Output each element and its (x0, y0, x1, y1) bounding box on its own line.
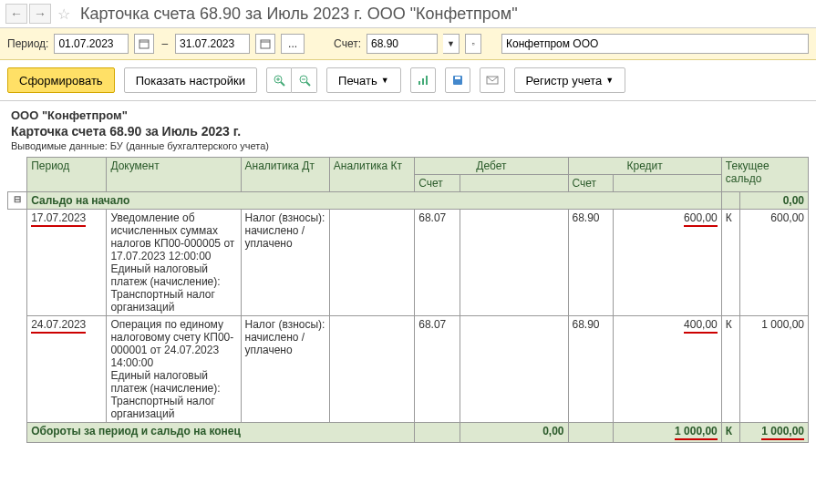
save-icon[interactable] (445, 67, 470, 93)
turnover-balance: 1 000,00 (740, 423, 809, 443)
th-debit: Дебет (415, 158, 568, 175)
account-label: Счет: (334, 37, 361, 50)
th-credit-acct: Счет (568, 175, 614, 192)
svg-line-5 (281, 82, 284, 86)
star-icon[interactable]: ☆ (53, 4, 75, 24)
period-picker-button[interactable]: ... (281, 34, 305, 54)
cell-debit-acct: 68.07 (415, 210, 460, 316)
account-input[interactable] (367, 34, 438, 54)
svg-rect-15 (455, 77, 460, 79)
th-debit-acct: Счет (415, 175, 460, 192)
date-from-input[interactable] (54, 34, 129, 54)
cell-credit-amt: 400,00 (614, 316, 721, 423)
show-settings-button[interactable]: Показать настройки (124, 67, 257, 93)
email-icon[interactable] (480, 67, 505, 93)
th-analytics-dt: Аналитика Дт (241, 158, 329, 192)
forward-button[interactable]: → (29, 4, 51, 24)
svg-rect-11 (418, 81, 420, 85)
cell-period: 24.07.2023 (27, 316, 107, 423)
cell-analytics-dt: Налог (взносы): начислено / уплачено (241, 210, 329, 316)
turnover-label: Обороты за период и сальдо на конец (27, 423, 415, 443)
cell-document: Операция по единому налоговому счету КП0… (107, 316, 241, 423)
print-button[interactable]: Печать▼ (326, 67, 401, 93)
top-toolbar: ← → ☆ Карточка счета 68.90 за Июль 2023 … (0, 0, 816, 28)
org-input[interactable] (501, 34, 809, 54)
account-open-icon[interactable]: ▫ (465, 34, 481, 54)
page-title: Карточка счета 68.90 за Июль 2023 г. ООО… (80, 5, 518, 24)
zoom-out-icon[interactable] (292, 67, 317, 93)
th-balance: Текущее сальдо (721, 158, 808, 192)
table-row: 24.07.2023 Операция по единому налоговом… (8, 316, 809, 423)
report-subtitle: Выводимые данные: БУ (данные бухгалтерск… (11, 140, 805, 151)
turnover-credit: 1 000,00 (614, 423, 721, 443)
cell-debit-amt (460, 316, 568, 423)
expand-icon[interactable]: ⊟ (8, 192, 27, 210)
filter-bar: Период: – ... Счет: ▼ ▫ (0, 28, 816, 60)
cell-debit-acct: 68.07 (415, 316, 460, 423)
register-button[interactable]: Регистр учета▼ (514, 67, 626, 93)
back-button[interactable]: ← (5, 4, 27, 24)
chart-icon[interactable] (410, 67, 436, 93)
saldo-start-label: Сальдо на начало (27, 192, 722, 210)
th-period: Период (27, 158, 107, 192)
cell-debit-amt (460, 210, 568, 316)
svg-rect-13 (426, 76, 428, 85)
cell-analytics-kt (329, 210, 414, 316)
cell-balance: 1 000,00 (740, 316, 809, 423)
saldo-start-value: 0,00 (740, 192, 809, 210)
cell-credit-acct: 68.90 (568, 210, 614, 316)
report-title: Карточка счета 68.90 за Июль 2023 г. (11, 124, 805, 139)
th-credit-amt (614, 175, 721, 192)
print-label: Печать (338, 74, 377, 87)
register-label: Регистр учета (526, 74, 603, 87)
form-button[interactable]: Сформировать (7, 67, 115, 93)
cell-k: К (721, 316, 739, 423)
report-area: ООО "Конфетпром" Карточка счета 68.90 за… (7, 103, 809, 443)
account-dropdown-icon[interactable]: ▼ (443, 34, 460, 54)
date-to-input[interactable] (175, 34, 250, 54)
th-analytics-kt: Аналитика Кт (329, 158, 414, 192)
svg-rect-2 (261, 40, 270, 48)
table-row: 17.07.2023 Уведомление об исчисленных су… (8, 210, 809, 316)
cell-credit-amt: 600,00 (614, 210, 721, 316)
report-org: ООО "Конфетпром" (11, 108, 805, 122)
cell-credit-acct: 68.90 (568, 316, 614, 423)
turnover-k: К (721, 423, 739, 443)
cell-analytics-kt (329, 316, 414, 423)
cell-document: Уведомление об исчисленных суммах налого… (107, 210, 241, 316)
cell-analytics-dt: Налог (взносы): начислено / уплачено (241, 316, 329, 423)
dash: – (161, 37, 168, 50)
svg-rect-0 (139, 40, 149, 48)
cell-balance: 600,00 (740, 210, 809, 316)
action-bar: Сформировать Показать настройки Печать▼ … (0, 60, 816, 101)
th-debit-amt (460, 175, 568, 192)
cell-period: 17.07.2023 (27, 210, 107, 316)
calendar-icon[interactable] (255, 34, 275, 54)
cell-k: К (721, 210, 739, 316)
calendar-icon[interactable] (134, 34, 154, 54)
th-credit: Кредит (568, 158, 721, 175)
report-table: Период Документ Аналитика Дт Аналитика К… (7, 157, 809, 443)
svg-line-9 (306, 82, 310, 86)
zoom-in-icon[interactable] (266, 67, 292, 93)
period-label: Период: (7, 37, 48, 50)
turnover-debit: 0,00 (460, 423, 568, 443)
svg-rect-12 (422, 78, 424, 85)
th-document: Документ (107, 158, 241, 192)
